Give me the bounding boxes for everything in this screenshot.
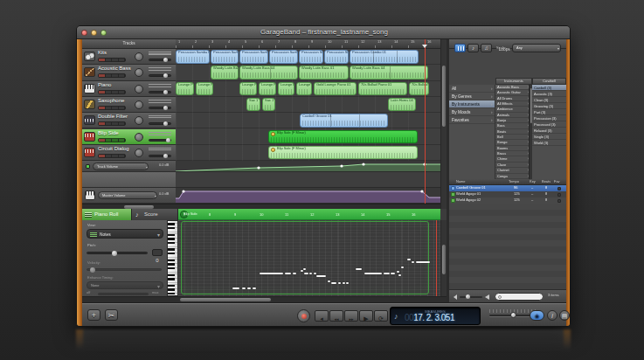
midi-note[interactable] [232, 287, 239, 289]
volume-fader[interactable] [149, 74, 171, 77]
black-key[interactable] [168, 278, 175, 280]
solo-button[interactable] [112, 122, 119, 125]
scrollbar-thumb[interactable] [180, 298, 271, 301]
midi-note[interactable] [316, 275, 326, 277]
midi-note[interactable] [247, 287, 251, 289]
lock-button[interactable] [119, 74, 126, 77]
region-percussion-combo-01[interactable]: Percussion Combo 01 [350, 50, 419, 64]
region-percussion-samba-01-2[interactable]: Percussion Samba 01.2 [239, 50, 268, 64]
automation-point[interactable] [257, 166, 260, 169]
fader-thumb[interactable] [163, 154, 168, 158]
tab-score[interactable]: ♪ Score [132, 209, 178, 220]
volume-fader[interactable] [149, 122, 171, 125]
automation-point[interactable] [340, 164, 343, 167]
piano-roll-grid[interactable] [178, 220, 440, 296]
midi-note[interactable] [253, 287, 256, 289]
solo-button[interactable] [112, 155, 119, 157]
slider-thumb[interactable] [90, 267, 95, 273]
track-header-blip-side[interactable]: Blip Side [82, 129, 176, 145]
pitch-slider[interactable] [87, 252, 148, 254]
black-key[interactable] [168, 288, 175, 290]
track-info-button[interactable]: i [547, 310, 557, 321]
lock-button[interactable] [119, 122, 126, 125]
midi-note[interactable] [356, 268, 362, 270]
podcast-view-button[interactable]: ♫ [481, 44, 492, 52]
editor-playhead[interactable] [436, 220, 437, 296]
midi-note[interactable] [285, 273, 291, 274]
mute-button[interactable] [106, 155, 113, 157]
black-key[interactable] [168, 260, 175, 261]
category-single-3[interactable]: Single (3) [532, 134, 566, 140]
rewind-button[interactable]: ◂◂ [329, 310, 343, 322]
region-70s-ballad-piano-01[interactable]: 70s Ballad Piano 01 [358, 82, 407, 96]
region-woody-latin-bass-04[interactable]: Woody Latin Bass 04 [239, 66, 298, 80]
favorite-checkbox[interactable] [557, 187, 561, 190]
track-header-kits[interactable]: Kits [82, 49, 176, 65]
keyword-favorites[interactable]: Favorites› [449, 116, 495, 124]
category-part-3[interactable]: Part (3) [532, 109, 566, 115]
region-lounge-piano-2[interactable]: Lounge Piano 2 [259, 82, 276, 96]
category-cowbell-3[interactable]: Cowbell (3) [532, 85, 566, 91]
editor-ruler[interactable]: Blip Side 78910111213141516 [178, 209, 440, 220]
region-lounge-piano-2[interactable]: Lounge Piano 2 [239, 82, 257, 96]
midi-note[interactable] [301, 270, 303, 272]
midi-note[interactable] [398, 274, 401, 276]
midi-note[interactable] [293, 273, 296, 274]
pan-knob[interactable] [135, 68, 143, 77]
slider-thumb[interactable] [510, 312, 516, 318]
category-world-3[interactable]: World (3) [532, 140, 566, 146]
black-key[interactable] [168, 253, 175, 254]
keyword-by-moods[interactable]: By Moods› [449, 108, 495, 116]
favorite-checkbox[interactable] [557, 199, 561, 203]
region-sax-1[interactable]: Sax 1 [246, 98, 260, 112]
black-key[interactable] [168, 285, 175, 287]
loop-browser-button[interactable]: ◉ [530, 310, 544, 321]
track-volume-menu[interactable]: Track Volume ▾ [93, 163, 149, 170]
black-key[interactable] [168, 238, 175, 239]
category-processed-3[interactable]: Processed (3) [532, 121, 566, 128]
fader-thumb[interactable] [163, 121, 168, 126]
lock-button[interactable] [119, 155, 126, 157]
midi-note[interactable] [338, 282, 341, 284]
midi-note[interactable] [384, 273, 390, 274]
loop-result-world-agogo-02[interactable]: World Agogo 02125–8 [449, 197, 566, 204]
region-blip-side-f-minor[interactable]: Blip Side (F Minor) [268, 130, 418, 144]
region-70s-ballad-piano-02[interactable]: 70s Ballad Piano 02 [409, 82, 429, 96]
fader-thumb[interactable] [163, 58, 168, 62]
solo-button[interactable] [112, 59, 119, 61]
automation-point[interactable] [182, 190, 184, 192]
black-key[interactable] [168, 263, 175, 265]
scrollbar-thumb[interactable] [442, 66, 446, 127]
volume-fader[interactable] [149, 91, 171, 93]
slider-thumb[interactable] [466, 294, 470, 299]
lock-button[interactable] [119, 107, 126, 109]
track-header-saxophone[interactable]: Saxophone [82, 97, 176, 113]
black-key[interactable] [168, 248, 175, 250]
region-lounge-piano-1[interactable]: Lounge Piano 1 [176, 82, 194, 96]
cycle-button[interactable]: ⟳ [374, 310, 388, 322]
volume-fader[interactable] [149, 107, 171, 109]
tab-piano-roll[interactable]: Piano Roll [82, 209, 132, 220]
midi-note[interactable] [343, 282, 345, 284]
arrange-vscrollbar[interactable] [440, 39, 447, 209]
preview-volume-slider[interactable] [460, 296, 482, 298]
instruments-scrollbar[interactable] [529, 85, 532, 179]
automation-point[interactable] [362, 163, 364, 165]
loop-result-cowbell-groove-01[interactable]: Cowbell Groove 0196–8 [449, 185, 566, 191]
record-enable-button[interactable] [99, 155, 106, 157]
solo-button[interactable] [112, 139, 119, 142]
pitch-value-box[interactable]: 0 [152, 249, 163, 256]
track-volume-lane[interactable] [176, 161, 440, 172]
region-woody-latin-bass-01[interactable]: Woody Latin Bass 01 [299, 66, 349, 80]
midi-note[interactable] [314, 273, 316, 274]
track-editor-button[interactable]: ✂ [105, 309, 118, 321]
region-lounge-piano-1[interactable]: Lounge Piano 1 [196, 82, 213, 96]
mute-button[interactable] [106, 122, 113, 125]
record-enable-button[interactable] [99, 107, 106, 109]
midi-note[interactable] [391, 273, 395, 274]
fader-thumb[interactable] [163, 90, 168, 94]
mute-button[interactable] [106, 91, 113, 93]
record-enable-button[interactable] [99, 122, 106, 125]
playhead-handle[interactable] [422, 45, 427, 48]
category-percussion-3[interactable]: Percussion (3) [532, 115, 566, 121]
